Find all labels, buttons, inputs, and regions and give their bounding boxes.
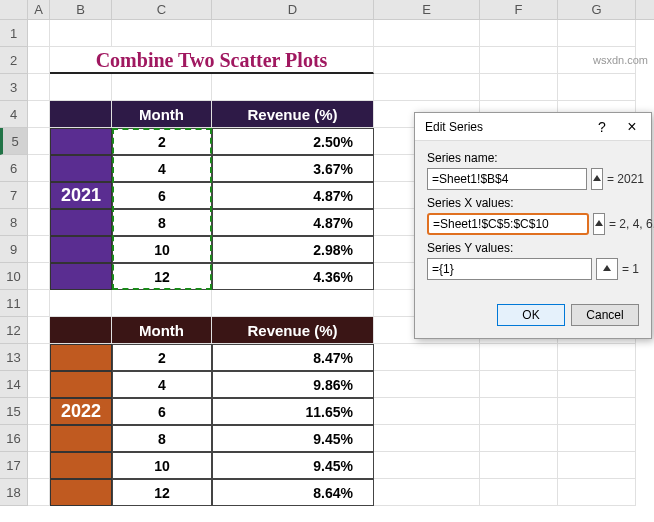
- table1-revenue[interactable]: 4.87%: [212, 209, 374, 236]
- table1-revenue[interactable]: 4.36%: [212, 263, 374, 290]
- close-button[interactable]: ×: [617, 113, 647, 141]
- row-header[interactable]: 11: [0, 290, 27, 317]
- col-header-e[interactable]: E: [374, 0, 480, 19]
- row-header[interactable]: 7: [0, 182, 27, 209]
- series-name-label: Series name:: [427, 151, 639, 165]
- cancel-button[interactable]: Cancel: [571, 304, 639, 326]
- table1-header-revenue: Revenue (%): [212, 101, 374, 128]
- table1-month[interactable]: 8: [112, 209, 212, 236]
- table2-revenue[interactable]: 11.65%: [212, 398, 374, 425]
- dialog-title: Edit Series: [425, 120, 587, 134]
- table2-revenue[interactable]: 9.45%: [212, 425, 374, 452]
- table2-month[interactable]: 4: [112, 371, 212, 398]
- table2-header-month: Month: [112, 317, 212, 344]
- row-headers: 1 2 3 4 5 6 7 8 9 10 11 12 13 14 15 16 1…: [0, 20, 28, 506]
- table1-month[interactable]: 2: [112, 128, 212, 155]
- row-header[interactable]: 1: [0, 20, 27, 47]
- table1-year: 2021: [50, 182, 112, 209]
- range-picker-icon[interactable]: [596, 258, 618, 280]
- row-header[interactable]: 16: [0, 425, 27, 452]
- page-title: Combine Two Scatter Plots: [50, 47, 374, 74]
- row-header[interactable]: 10: [0, 263, 27, 290]
- col-header-g[interactable]: G: [558, 0, 636, 19]
- help-button[interactable]: ?: [587, 113, 617, 141]
- column-headers: A B C D E F G: [0, 0, 654, 20]
- dialog-titlebar[interactable]: Edit Series ? ×: [415, 113, 651, 141]
- table1-revenue[interactable]: 2.50%: [212, 128, 374, 155]
- row-header[interactable]: 13: [0, 344, 27, 371]
- range-picker-icon[interactable]: [591, 168, 603, 190]
- range-picker-icon[interactable]: [593, 213, 605, 235]
- series-y-result: = 1: [622, 262, 639, 276]
- table2-revenue[interactable]: 8.64%: [212, 479, 374, 506]
- table1-revenue[interactable]: 4.87%: [212, 182, 374, 209]
- table2-month[interactable]: 10: [112, 452, 212, 479]
- col-header-b[interactable]: B: [50, 0, 112, 19]
- series-name-input[interactable]: [427, 168, 587, 190]
- col-header-c[interactable]: C: [112, 0, 212, 19]
- table1-revenue[interactable]: 3.67%: [212, 155, 374, 182]
- table2-month[interactable]: 12: [112, 479, 212, 506]
- row-header[interactable]: 9: [0, 236, 27, 263]
- table1-month[interactable]: 12: [112, 263, 212, 290]
- table1-month[interactable]: 6: [112, 182, 212, 209]
- select-all-corner[interactable]: [0, 0, 28, 19]
- table2-revenue[interactable]: 9.86%: [212, 371, 374, 398]
- table2-month[interactable]: 2: [112, 344, 212, 371]
- table2-header-revenue: Revenue (%): [212, 317, 374, 344]
- ok-button[interactable]: OK: [497, 304, 565, 326]
- series-y-label: Series Y values:: [427, 241, 639, 255]
- table2-year: 2022: [50, 398, 112, 425]
- row-header[interactable]: 18: [0, 479, 27, 506]
- row-header[interactable]: 15: [0, 398, 27, 425]
- table2-revenue[interactable]: 9.45%: [212, 452, 374, 479]
- row-header[interactable]: 5: [0, 128, 27, 155]
- table1-month[interactable]: 10: [112, 236, 212, 263]
- series-x-result: = 2, 4, 6, 8, 10...: [609, 217, 654, 231]
- watermark: wsxdn.com: [593, 54, 648, 66]
- series-name-result: = 2021: [607, 172, 644, 186]
- row-header[interactable]: 14: [0, 371, 27, 398]
- table1-header-month: Month: [112, 101, 212, 128]
- row-header[interactable]: 2: [0, 47, 27, 74]
- row-header[interactable]: 3: [0, 74, 27, 101]
- table1-revenue[interactable]: 2.98%: [212, 236, 374, 263]
- series-x-input[interactable]: [427, 213, 589, 235]
- row-header[interactable]: 12: [0, 317, 27, 344]
- table2-month[interactable]: 6: [112, 398, 212, 425]
- col-header-a[interactable]: A: [28, 0, 50, 19]
- col-header-f[interactable]: F: [480, 0, 558, 19]
- row-header[interactable]: 6: [0, 155, 27, 182]
- edit-series-dialog: Edit Series ? × Series name: = 2021 Seri…: [414, 112, 652, 339]
- series-y-input[interactable]: [427, 258, 592, 280]
- col-header-d[interactable]: D: [212, 0, 374, 19]
- row-header[interactable]: 17: [0, 452, 27, 479]
- row-header[interactable]: 4: [0, 101, 27, 128]
- table2-revenue[interactable]: 8.47%: [212, 344, 374, 371]
- row-header[interactable]: 8: [0, 209, 27, 236]
- table2-month[interactable]: 8: [112, 425, 212, 452]
- table1-month[interactable]: 4: [112, 155, 212, 182]
- series-x-label: Series X values:: [427, 196, 639, 210]
